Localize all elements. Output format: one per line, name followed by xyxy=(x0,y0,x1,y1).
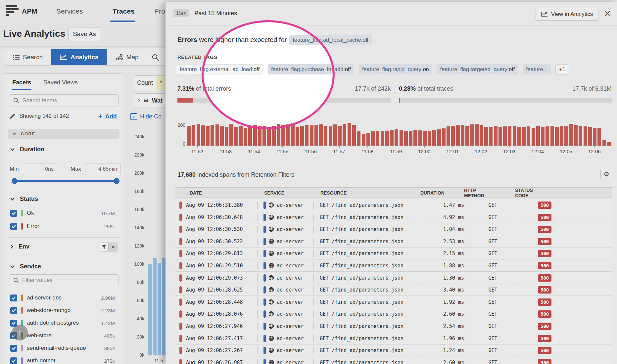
histogram-bar[interactable] xyxy=(319,124,323,146)
table-row[interactable]: Aug 09 12:06:29.813ad-serverGET /find_ad… xyxy=(175,248,612,259)
histogram-bar[interactable] xyxy=(239,126,243,146)
facet-service-header[interactable]: Service xyxy=(10,263,41,270)
service-filter-input[interactable]: Filter values xyxy=(9,274,119,286)
col-duration[interactable]: DURATION xyxy=(420,190,425,196)
histogram-bar[interactable] xyxy=(597,128,601,146)
histogram-bar[interactable] xyxy=(291,123,295,146)
histogram-bar[interactable] xyxy=(418,130,422,146)
histogram-bar[interactable] xyxy=(489,127,493,146)
add-facet-button[interactable]: + Add xyxy=(98,112,117,121)
error-histogram[interactable] xyxy=(187,122,612,146)
tab-analytics[interactable]: Analytics xyxy=(51,49,107,65)
histogram-bar[interactable] xyxy=(584,126,587,146)
service-row[interactable]: auth-dotnet-postgres1.42M xyxy=(10,318,119,328)
histogram-bar[interactable] xyxy=(517,127,521,146)
service-row[interactable]: ad-server-dns2.96M xyxy=(10,293,119,303)
related-tag-chip[interactable]: feature_flag.rapid_query:on xyxy=(359,64,432,74)
col-http-method[interactable]: HTTP METHOD xyxy=(464,188,474,198)
related-tags-more-chip[interactable]: +1 xyxy=(555,64,569,74)
status-row[interactable]: Ok10.7M xyxy=(10,208,119,218)
histogram-bar[interactable] xyxy=(192,125,195,146)
histogram-bar[interactable] xyxy=(404,131,408,146)
related-tag-chip[interactable]: feature_flag.purchase_in_add:off xyxy=(268,64,354,74)
histogram-bar[interactable] xyxy=(201,125,205,146)
histogram-bar[interactable] xyxy=(248,127,252,146)
status-row[interactable]: Error256k xyxy=(10,221,119,231)
duration-slider-track[interactable] xyxy=(14,180,119,182)
facet-duration-header[interactable]: Duration xyxy=(10,146,44,153)
checkbox-checked[interactable] xyxy=(10,357,17,364)
histogram-bar[interactable] xyxy=(267,127,271,146)
histogram-bar[interactable] xyxy=(527,126,530,146)
histogram-bar[interactable] xyxy=(550,126,554,146)
nav-item-services[interactable]: Services xyxy=(56,7,83,15)
env-filter-button[interactable] xyxy=(100,243,109,251)
histogram-bar[interactable] xyxy=(381,131,384,146)
duration-max-input[interactable]: 4.65min xyxy=(85,163,121,175)
histogram-bar[interactable] xyxy=(281,125,285,146)
table-row[interactable]: Aug 09 12:06:27.267ad-serverGET /find_ad… xyxy=(175,344,612,356)
view-in-analytics-button[interactable]: View in Analytics xyxy=(536,8,598,21)
table-row[interactable]: Aug 09 12:06:30.522ad-serverGET /find_ad… xyxy=(175,236,612,248)
histogram-bar[interactable] xyxy=(362,134,365,146)
histogram-bar[interactable] xyxy=(607,142,611,146)
histogram-bar[interactable] xyxy=(428,131,431,146)
histogram-bar[interactable] xyxy=(536,126,540,146)
histogram-bar[interactable] xyxy=(215,124,219,146)
histogram-bar[interactable] xyxy=(187,126,191,146)
col-resource[interactable]: RESOURCE xyxy=(320,190,420,196)
histogram-bar[interactable] xyxy=(343,124,346,146)
histogram-bar[interactable] xyxy=(532,128,535,146)
histogram-bar[interactable] xyxy=(197,124,200,146)
histogram-bar[interactable] xyxy=(555,127,559,146)
env-clear-filter-button[interactable]: ✕ xyxy=(109,243,118,251)
tab-map[interactable]: Map xyxy=(107,49,147,65)
histogram-bar[interactable] xyxy=(409,131,412,146)
col-service[interactable]: SERVICE xyxy=(264,190,311,196)
histogram-bar[interactable] xyxy=(484,127,488,146)
tab-saved-views[interactable]: Saved Views xyxy=(43,79,78,86)
histogram-bar[interactable] xyxy=(371,131,375,146)
measure-star-box[interactable]: * xyxy=(156,75,166,90)
service-row[interactable]: web-store-mongo2.23M xyxy=(10,305,119,315)
histogram-bar[interactable] xyxy=(253,125,257,146)
table-row[interactable]: Aug 09 12:06:29.073ad-serverGET /find_ad… xyxy=(175,272,612,284)
watchdog-toggle[interactable]: Wat xyxy=(134,93,167,108)
histogram-bar[interactable] xyxy=(475,124,479,146)
checkbox-checked[interactable] xyxy=(10,223,17,230)
table-row[interactable]: Aug 09 12:06:28.625ad-serverGET /find_ad… xyxy=(175,284,612,296)
histogram-bar[interactable] xyxy=(338,126,342,146)
histogram-bar[interactable] xyxy=(588,127,592,146)
facet-env-header[interactable]: Env xyxy=(10,243,29,250)
histogram-bar[interactable] xyxy=(234,127,238,146)
col-date[interactable]: ↓ DATE xyxy=(186,190,255,196)
histogram-bar[interactable] xyxy=(333,124,337,146)
histogram-bar[interactable] xyxy=(229,124,233,146)
scroll-to-top-button[interactable]: ↑ xyxy=(12,325,28,341)
checkbox-checked[interactable] xyxy=(10,210,17,217)
histogram-bar[interactable] xyxy=(480,125,483,146)
search-facets-input[interactable]: Search facets xyxy=(9,94,119,107)
duration-slider-handle-min[interactable] xyxy=(12,178,18,184)
histogram-bar[interactable] xyxy=(574,125,578,146)
histogram-bar[interactable] xyxy=(546,126,549,146)
histogram-bar[interactable] xyxy=(437,129,441,146)
histogram-bar[interactable] xyxy=(423,131,427,146)
histogram-bar[interactable] xyxy=(579,126,582,146)
histogram-bar[interactable] xyxy=(244,128,247,146)
histogram-bar[interactable] xyxy=(329,126,332,146)
facet-status-header[interactable]: Status xyxy=(10,196,38,203)
histogram-bar[interactable] xyxy=(465,126,469,146)
measure-select[interactable]: Count xyxy=(134,75,156,90)
histogram-bar[interactable] xyxy=(569,124,573,146)
histogram-bar[interactable] xyxy=(498,127,502,146)
save-as-button[interactable]: Save As xyxy=(69,27,100,41)
histogram-bar[interactable] xyxy=(300,126,304,146)
col-status-code[interactable]: STATUS CODE xyxy=(512,188,522,198)
timeframe-badge[interactable]: 15m xyxy=(173,9,189,17)
histogram-bar[interactable] xyxy=(258,126,261,146)
nav-item-traces[interactable]: Traces xyxy=(113,7,135,15)
table-row[interactable]: Aug 09 12:06:27.417ad-serverGET /find_ad… xyxy=(175,333,612,344)
table-settings-button[interactable]: ⚙ xyxy=(600,169,612,179)
histogram-bar[interactable] xyxy=(296,127,299,146)
